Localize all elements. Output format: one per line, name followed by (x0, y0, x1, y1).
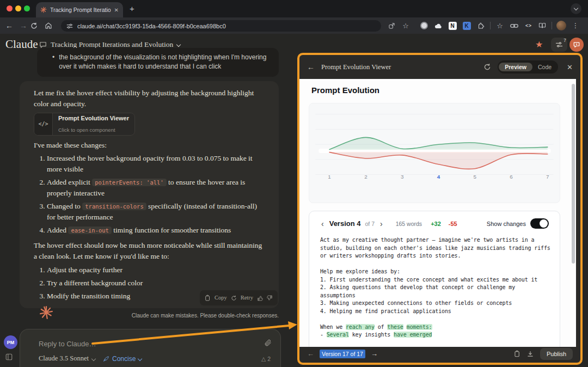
panel-back-icon[interactable]: ← (307, 63, 315, 71)
footer-download-icon[interactable] (527, 351, 534, 357)
footer-copy-icon[interactable] (514, 350, 520, 357)
prompt-line: 3. Making unexpected connections to othe… (320, 299, 549, 308)
artifact-panel-footer: ← Version 17 of 17 → Publish (299, 345, 580, 363)
window-zoom-button[interactable] (24, 5, 30, 11)
claude-usage-button[interactable] (569, 38, 584, 52)
claude-wordmark[interactable]: Claude (5, 38, 38, 51)
extension-kagi-icon[interactable]: K (460, 22, 474, 30)
user-avatar[interactable]: PM (4, 335, 17, 349)
chart-x-label[interactable]: 4 (437, 174, 440, 180)
prompt-text: Act as my creative thought partner — ima… (320, 236, 549, 339)
reading-list-icon[interactable] (535, 22, 549, 29)
evolution-stream-chart[interactable]: 1234567 (309, 103, 560, 203)
model-name: Claude 3.5 Sonnet (39, 354, 89, 363)
share-icon[interactable] (384, 22, 399, 29)
code-artifact-icon: </> (34, 113, 53, 135)
chart-x-label[interactable]: 5 (473, 174, 476, 180)
attachment-paperclip-icon[interactable] (264, 339, 272, 347)
assistant-intro: Let me fix the hover effect visibility b… (34, 88, 265, 109)
url-text[interactable]: claude.ai/chat/3cc919f3-15da-4566-809f-b… (77, 23, 226, 29)
retry-button[interactable]: Retry (241, 292, 253, 303)
copy-icon (205, 295, 211, 301)
panel-refresh-icon[interactable] (483, 63, 491, 71)
panel-close-icon[interactable]: ✕ (567, 63, 573, 71)
next-version-icon[interactable]: › (379, 219, 384, 228)
extension-notion-icon[interactable]: N (445, 22, 460, 30)
copy-button[interactable]: Copy (215, 292, 227, 303)
message-actions: Copy Retry (200, 290, 278, 305)
chart-x-label[interactable]: 7 (546, 174, 549, 180)
show-changes-label: Show changes (487, 221, 526, 227)
thumbs-up-icon[interactable] (257, 295, 263, 301)
artifact-card[interactable]: </> Prompt Evolution Viewer Click to ope… (34, 113, 135, 136)
browser-tab[interactable]: Tracking Prompt Iterations an ✕ (36, 2, 123, 17)
quill-icon (103, 356, 109, 362)
list-item: Try a different background color (47, 277, 265, 289)
usage-count: 2 (267, 356, 271, 362)
link-icon[interactable] (507, 23, 521, 28)
style-selector[interactable]: Concise (103, 355, 142, 363)
thumbs-down-icon[interactable] (267, 295, 273, 301)
prev-version-icon[interactable]: ‹ (320, 219, 325, 228)
window-close-button[interactable] (7, 5, 13, 11)
usage-counter: △ 2 (261, 356, 271, 362)
list-item: Changed to transition-colors specificall… (47, 201, 265, 223)
composer[interactable]: Reply to Claude… Claude 3.5 Sonnet Conci… (20, 329, 281, 367)
reload-icon[interactable] (30, 22, 45, 29)
sparkle-star-icon[interactable]: ☆ (493, 22, 507, 30)
preview-tab[interactable]: Preview (499, 63, 532, 71)
new-tab-button[interactable]: + (130, 4, 134, 13)
artifact-content-title: Prompt Evolution (311, 85, 379, 95)
chat-settings-button[interactable]: 7 (551, 38, 567, 52)
extension-circle-icon[interactable] (417, 22, 431, 29)
prompt-line: or writers workshopping drafts into stor… (320, 252, 549, 260)
panel-scrollbar[interactable] (572, 84, 575, 264)
show-changes-toggle[interactable] (530, 218, 549, 229)
user-message: • the background of the visualization is… (37, 48, 279, 77)
kebab-menu-icon[interactable]: ⋮ (568, 22, 583, 29)
profile-avatar[interactable] (554, 21, 568, 30)
screen: Tracking Prompt Iterations an ✕ + ← → cl… (0, 0, 588, 367)
chart-x-label[interactable]: 2 (364, 174, 367, 180)
address-bar[interactable]: claude.ai/chat/3cc919f3-15da-4566-809f-b… (61, 20, 381, 32)
version-controls: ‹ Version 4 of 7 › 165 words +32 -55 Sho… (320, 218, 549, 229)
extensions-puzzle-icon[interactable] (474, 22, 488, 29)
preview-code-toggle: Preview Code (498, 60, 558, 74)
extension-cloud-icon[interactable] (431, 23, 445, 29)
prompt-line: 2. Asking questions that develop that co… (320, 284, 549, 292)
triangle-icon: △ (261, 356, 266, 362)
home-icon[interactable] (45, 22, 59, 29)
reply-input[interactable]: Reply to Claude… (39, 340, 96, 348)
prompt-line: assumptions (320, 292, 549, 300)
prompt-line: - Several key insights have emerged (320, 331, 549, 339)
chart-x-label[interactable]: 6 (510, 174, 513, 180)
site-settings-icon[interactable] (66, 23, 73, 29)
tab-close-icon[interactable]: ✕ (114, 7, 119, 13)
bookmark-star-icon[interactable]: ☆ (399, 22, 413, 30)
code-tab[interactable]: Code (532, 63, 557, 71)
publish-button[interactable]: Publish (540, 348, 573, 360)
footer-next-icon[interactable]: → (371, 350, 378, 358)
footer-version-label[interactable]: Version 17 of 17 (320, 350, 365, 358)
changes-list: Increased the hover background opacity f… (34, 153, 265, 236)
forward-icon[interactable]: → (16, 21, 30, 30)
model-selector[interactable]: Claude 3.5 Sonnet (39, 354, 95, 363)
back-icon[interactable]: ← (2, 21, 16, 30)
prompt-line: When we reach any of these moments: (320, 323, 549, 332)
chevron-down-icon (138, 356, 142, 360)
artifact-panel: ← Prompt Evolution Viewer Preview Code ✕… (297, 53, 583, 365)
favorite-star-icon[interactable]: ★ (535, 39, 543, 50)
chart-x-label[interactable]: 3 (401, 174, 404, 180)
footer-prev-icon[interactable]: ← (307, 350, 314, 358)
chart-x-label[interactable]: 1 (328, 174, 331, 180)
disclaimer-text: Claude can make mistakes. Please double-… (109, 313, 279, 319)
window-minimize-button[interactable] (15, 5, 21, 11)
chat-bubble-icon (39, 41, 47, 48)
prompt-line: 1. First understanding the core concept … (320, 276, 549, 284)
sidebar-toggle-icon[interactable] (5, 353, 13, 360)
browser-tabstrip: Tracking Prompt Iterations an ✕ + (0, 0, 588, 17)
code-icon[interactable]: < > (521, 23, 535, 28)
artifact-card-title: Prompt Evolution Viewer (58, 113, 129, 124)
word-count: 165 words (396, 221, 422, 227)
tab-search-button[interactable] (571, 3, 581, 14)
